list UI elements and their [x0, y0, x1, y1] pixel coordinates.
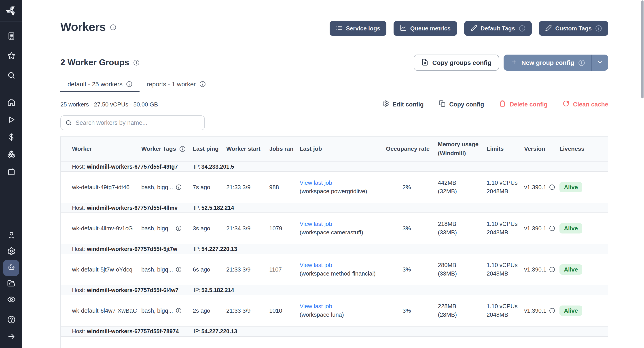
worker-memory: 442MB (32MB)	[438, 179, 486, 195]
page-title: Workers	[60, 20, 106, 34]
sidebar-item-audit[interactable]	[3, 292, 19, 308]
play-icon	[7, 115, 16, 126]
host-row: Host: windmill-workers-67757d55f-4llmv I…	[61, 203, 608, 213]
tab-reports[interactable]: reports - 1 worker	[140, 80, 213, 92]
worker-occupancy: 2%	[386, 184, 438, 190]
sidebar-item-folders[interactable]	[3, 276, 19, 292]
worker-name: wk-default-5jt7w-oYdcq	[61, 266, 141, 273]
worker-jobs-ran: 1079	[269, 225, 300, 232]
info-icon[interactable]	[549, 184, 555, 190]
worker-last-job: View last job (workspace camerastuff)	[300, 220, 386, 236]
info-icon	[126, 81, 132, 87]
info-icon[interactable]	[549, 308, 555, 314]
copy-config-button[interactable]: Copy config	[439, 100, 484, 108]
new-group-config-button[interactable]: New group config	[504, 54, 608, 71]
copy-icon	[439, 100, 446, 108]
worker-liveness: Alive	[560, 223, 608, 234]
host-ip: 54.227.220.13	[202, 246, 237, 252]
worker-jobs-ran: 988	[269, 184, 300, 190]
info-icon[interactable]	[176, 226, 182, 231]
worker-memory: 228MB (28MB)	[438, 303, 486, 319]
info-icon[interactable]	[549, 226, 555, 231]
table-header: Worker Worker Tags Last ping Worker star…	[61, 137, 608, 162]
worker-version: v1.390.1	[524, 307, 560, 314]
table-partial-row	[61, 336, 608, 348]
delete-config-button[interactable]: Delete config	[499, 100, 548, 108]
host-ip: 34.233.201.5	[202, 164, 234, 170]
worker-job-workspace: (workspace camerastuff)	[300, 229, 363, 236]
sidebar-item-workspace[interactable]	[3, 29, 19, 45]
worker-start: 21:33 3/9	[226, 184, 269, 190]
host-ip: 54.227.220.13	[202, 328, 237, 334]
col-last-ping: Last ping	[193, 145, 226, 153]
worker-name: wk-default-49tg7-idt46	[61, 184, 141, 190]
building-icon	[7, 32, 16, 42]
tab-default[interactable]: default - 25 workers	[60, 80, 140, 92]
folder-open-icon	[7, 279, 16, 289]
host-row: Host: windmill-workers-67757d55f-49tg7 I…	[61, 162, 608, 172]
sidebar-top-group	[0, 29, 22, 84]
worker-version: v1.390.1	[524, 266, 560, 273]
view-last-job-link[interactable]: View last job	[300, 303, 332, 310]
custom-tags-button[interactable]: Custom Tags	[539, 21, 608, 36]
worker-jobs-ran: 1010	[269, 307, 300, 314]
liveness-badge: Alive	[560, 306, 582, 316]
group-summary: 25 workers - 27.50 vCPUs - 50.00 GB	[60, 101, 158, 108]
info-icon	[578, 59, 585, 66]
sidebar-item-variables[interactable]	[3, 130, 19, 146]
search-input[interactable]	[60, 116, 205, 130]
info-icon[interactable]	[176, 266, 182, 272]
main-content: Workers Service logs Queue metrics Defau…	[22, 0, 644, 348]
worker-limits: 1.10 vCPUs 2048MB	[486, 303, 524, 319]
sidebar-item-workers[interactable]	[3, 260, 19, 276]
info-icon[interactable]	[110, 24, 116, 30]
sidebar-item-favorites[interactable]	[3, 48, 19, 64]
new-group-config-dropdown[interactable]	[591, 54, 608, 71]
workers-table: Worker Worker Tags Last ping Worker star…	[60, 136, 608, 348]
worker-last-ping: 7s ago	[193, 184, 226, 190]
sidebar-item-home[interactable]	[3, 95, 19, 111]
col-last-job: Last job	[300, 145, 386, 153]
col-occupancy: Occupancy rate	[386, 145, 438, 153]
sidebar-item-settings[interactable]	[3, 244, 19, 260]
col-worker: Worker	[61, 145, 141, 153]
info-icon[interactable]	[179, 146, 185, 152]
host-row: Host: windmill-workers-67757d55f-5jt7w I…	[61, 244, 608, 254]
edit-config-button[interactable]: Edit config	[382, 100, 424, 108]
sidebar-item-users[interactable]	[3, 228, 19, 244]
sidebar-item-expand[interactable]	[3, 329, 19, 345]
boxes-icon	[7, 150, 16, 160]
queue-metrics-button[interactable]: Queue metrics	[394, 21, 457, 36]
liveness-badge: Alive	[560, 264, 582, 275]
worker-groups-title: 2 Worker Groups	[60, 58, 140, 68]
info-icon[interactable]	[176, 308, 182, 314]
default-tags-button[interactable]: Default Tags	[464, 21, 532, 36]
liveness-badge: Alive	[560, 182, 582, 192]
host-name: windmill-workers-67757d55f-49tg7	[87, 164, 178, 170]
worker-last-job: View last job (workspace powergridlive)	[300, 179, 386, 195]
worker-tags: bash, bigq...	[141, 225, 193, 232]
sidebar-item-help[interactable]	[3, 312, 19, 328]
info-icon[interactable]	[176, 184, 182, 190]
scrollbar-thumb[interactable]	[641, 0, 644, 98]
view-last-job-link[interactable]: View last job	[300, 220, 332, 228]
service-logs-button[interactable]: Service logs	[330, 21, 386, 36]
sidebar-item-schedules[interactable]	[3, 164, 19, 181]
worker-job-workspace: (workspace powergridlive)	[300, 188, 367, 195]
clean-cache-button[interactable]: Clean cache	[562, 100, 608, 108]
sidebar-item-runs[interactable]	[3, 112, 19, 128]
plus-icon	[511, 58, 518, 67]
view-last-job-link[interactable]: View last job	[300, 179, 332, 187]
sidebar-item-resources[interactable]	[3, 147, 19, 163]
col-limits: Limits	[486, 145, 524, 153]
windmill-logo[interactable]	[0, 0, 22, 22]
info-icon[interactable]	[549, 266, 555, 272]
sidebar-bottom-group	[0, 312, 22, 345]
pencil-icon	[470, 24, 477, 32]
worker-liveness: Alive	[560, 306, 608, 316]
sidebar-item-search[interactable]	[3, 68, 19, 84]
info-icon[interactable]	[133, 60, 140, 66]
copy-groups-config-button[interactable]: Copy groups config	[414, 54, 499, 71]
col-jobs-ran: Jobs ran	[269, 145, 300, 153]
view-last-job-link[interactable]: View last job	[300, 262, 332, 269]
